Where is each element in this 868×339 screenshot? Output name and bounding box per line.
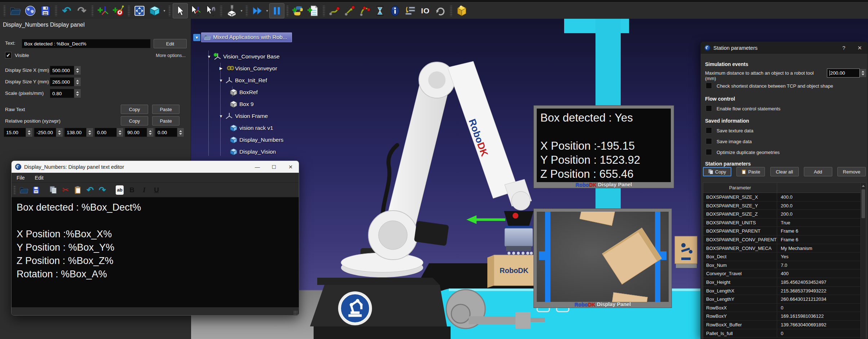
editor-copy-button[interactable] [47,184,59,196]
pos-x-input[interactable] [4,128,26,137]
toolbar-grip[interactable] [220,5,222,16]
show-message-instruction-button[interactable] [388,3,403,18]
add-program-button[interactable] [306,3,321,18]
collapse-icon[interactable]: ▼ [193,34,200,41]
visible-checkbox[interactable]: ✓ [5,52,12,58]
toolbar-grip[interactable] [323,5,325,16]
table-row[interactable]: Box_DectYes [703,252,866,261]
table-row[interactable]: RowBoxX0 [703,304,866,312]
table-row[interactable]: BOXSPAWNER_CONV_PARENTFrame 6 [703,235,866,244]
select-cursor-button[interactable] [173,3,188,18]
editor-paste-button[interactable] [72,184,84,196]
pos-w-input[interactable] [94,128,117,137]
simulation-loop-button[interactable] [433,3,448,18]
collapse-icon[interactable]: ▼ [217,114,225,118]
params-remove-button[interactable]: Remove [837,167,866,176]
view-dropdown-arrow[interactable]: ▾ [162,9,167,13]
tree-item-boxref[interactable]: BoxRef [229,86,258,98]
table-row[interactable]: Box_LengthX215.36853739493222 [703,287,866,295]
tree-item-box9[interactable]: Box 9 [229,98,254,110]
size-y-input[interactable] [50,77,74,87]
more-options-link[interactable]: More options... [156,53,186,58]
max-distance-spinbox[interactable]: 200.00 [827,69,867,78]
editor-cut-button[interactable]: ✂ [59,184,72,196]
toolbar-grip[interactable] [168,5,171,16]
add-python-program-button[interactable] [291,3,306,18]
toolbar-grip[interactable] [286,5,289,16]
table-row[interactable]: BOXSPAWNER_UNITSTrue [703,219,866,227]
save-texture-checkbox[interactable] [706,127,712,133]
table-row[interactable]: Box_Height185.45624053452497 [703,278,866,287]
resize-grip[interactable] [293,311,298,315]
display-text-input[interactable] [22,39,151,48]
close-icon[interactable]: ✕ [282,161,299,173]
pos-z-input[interactable] [64,128,87,137]
size-y-stepper[interactable] [74,77,81,87]
flow-control-checkbox[interactable] [706,105,712,111]
check-collisions-button[interactable] [224,3,239,18]
table-row[interactable]: BOXSPAWNER_PARENTFrame 6 [703,227,866,235]
tree-item-vision-conveyor[interactable]: ▶ ⚙⚙ Vision_Conveyor [217,62,277,74]
move-linear-instruction-button[interactable] [342,3,357,18]
expand-icon[interactable]: ▶ [217,66,225,71]
editor-italic-button[interactable]: I [138,184,150,196]
pos-y-input[interactable] [34,128,56,137]
editor-font-button[interactable]: ab [114,184,126,196]
close-icon[interactable]: ✕ [852,42,868,54]
redo-button[interactable]: ↷ [74,3,89,18]
toolbar-grip[interactable] [450,5,452,16]
position-copy-button[interactable]: Copy [121,116,148,126]
scroll-up-icon[interactable] [861,183,866,189]
scrollbar-thumb[interactable] [862,189,865,218]
collision-dropdown-arrow[interactable]: ▾ [239,9,244,13]
collapse-icon[interactable]: ▼ [205,54,213,59]
params-add-button[interactable]: Add [804,167,832,176]
editor-redo-button[interactable]: ↷ [96,184,108,196]
pos-w-stepper[interactable] [117,128,124,137]
scale-input[interactable] [50,89,74,98]
open-file-button[interactable] [8,3,23,18]
tree-item-display-vision[interactable]: Display_Vision [229,146,276,158]
editor-save-button[interactable] [30,184,42,196]
move-reference-button[interactable] [188,3,203,18]
save-station-button[interactable] [38,3,53,18]
edit-text-button[interactable]: Edit [154,39,187,48]
toolbar-grip[interactable] [128,5,130,16]
menu-file[interactable]: File [12,175,30,181]
toolbar-grip[interactable] [91,5,94,16]
program-call-instruction-button[interactable] [403,3,418,18]
params-clear-all-button[interactable]: Clear all [770,167,799,176]
station-titlebar[interactable]: Station parameters ? ✕ [701,42,868,54]
move-circular-instruction-button[interactable] [357,3,372,18]
size-x-stepper[interactable] [74,66,81,75]
tree-item-vision-rack[interactable]: vision rack v1 [229,122,273,134]
position-paste-button[interactable]: Paste [152,116,180,126]
pause-simulation-button[interactable] [269,3,284,18]
toolbar-grip[interactable] [13,186,16,194]
tree-item-vision-conveyor-base[interactable]: ▼ Vision_Conveyor Base [205,50,280,62]
table-row[interactable]: RowBoxX_Buffer139.76630400691892 [703,321,866,329]
collapse-icon[interactable]: ▼ [217,78,225,83]
pos-r-stepper[interactable] [177,128,184,137]
fit-all-button[interactable] [132,3,147,18]
editor-titlebar[interactable]: Display_Numbers: Display panel text edit… [12,161,299,173]
params-copy-button[interactable]: Copy [703,167,731,176]
add-reference-frame-button[interactable] [96,3,111,18]
help-icon[interactable]: ? [836,42,852,54]
undo-button[interactable]: ↶ [59,3,74,18]
raw-text-paste-button[interactable]: Paste [152,105,180,114]
table-row[interactable]: Pallet_Is_full0 [703,329,866,338]
pause-instruction-button[interactable] [372,3,388,18]
raw-text-copy-button[interactable]: Copy [121,105,148,114]
toolbar-grip[interactable] [245,5,248,16]
optimize-checkbox[interactable] [706,149,712,155]
params-paste-button[interactable]: Paste [736,167,765,176]
table-row[interactable]: Box_Num7.0 [703,261,866,270]
tree-item-vision-frame[interactable]: ▼ Vision Frame [217,110,268,122]
table-row[interactable]: BOXSPAWNER_SIZE_Z200.0 [703,210,866,219]
table-row[interactable]: BOXSPAWNER_CONV_MECAMy Mechanism [703,244,866,253]
isometric-view-button[interactable] [147,3,162,18]
scale-stepper[interactable] [74,89,81,98]
pos-y-stepper[interactable] [56,128,63,137]
editor-underline-button[interactable]: U [150,184,163,196]
